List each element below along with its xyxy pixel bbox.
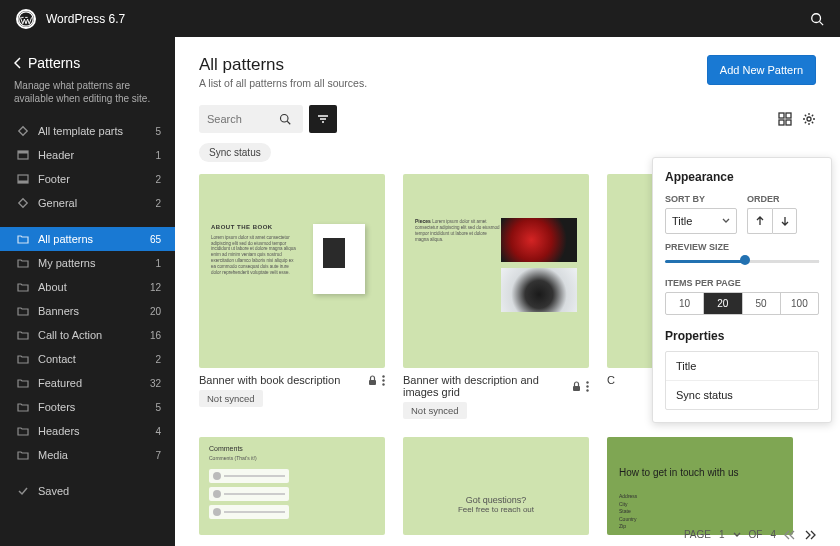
back-icon[interactable]	[14, 57, 22, 69]
sidebar-item-count: 5	[155, 402, 161, 413]
pattern-thumbnail: How to get in touch with us Address City…	[607, 437, 793, 535]
svg-line-10	[287, 121, 290, 124]
sidebar-item-count: 2	[155, 354, 161, 365]
svg-rect-15	[786, 113, 791, 118]
sync-status-badge: Not synced	[403, 402, 467, 419]
ipp-10[interactable]: 10	[666, 293, 704, 314]
sort-by-value: Title	[672, 215, 692, 227]
filter-button[interactable]	[309, 105, 337, 133]
properties-title: Properties	[665, 329, 819, 343]
sidebar-item-headers[interactable]: Headers 4	[0, 419, 175, 443]
ipp-50[interactable]: 50	[743, 293, 781, 314]
ipp-20[interactable]: 20	[704, 293, 742, 314]
sidebar-item-count: 5	[155, 126, 161, 137]
settings-icon[interactable]	[802, 112, 816, 126]
grid-view-icon[interactable]	[778, 112, 792, 126]
sidebar-item-contact[interactable]: Contact 2	[0, 347, 175, 371]
comment-row	[209, 487, 289, 501]
sidebar-item-all-patterns[interactable]: All patterns 65	[0, 227, 175, 251]
search-input[interactable]	[207, 113, 279, 125]
svg-point-21	[382, 379, 384, 381]
sort-by-select[interactable]: Title	[665, 208, 737, 234]
lock-icon	[368, 375, 377, 386]
search-field[interactable]	[199, 105, 303, 133]
property-sync-status[interactable]: Sync status	[666, 381, 818, 409]
slider-thumb[interactable]	[740, 255, 750, 265]
sort-by-label: SORT BY	[665, 194, 737, 204]
pattern-card[interactable]: Pieces Lorem ipsum dolor sit amet consec…	[403, 174, 589, 419]
pattern-card[interactable]: Got questions? Feel free to reach out	[403, 437, 589, 535]
footer-icon	[14, 173, 32, 185]
preview-size-slider[interactable]	[665, 256, 819, 268]
pattern-card[interactable]: How to get in touch with us Address City…	[607, 437, 793, 535]
thumb-list: Address City State Country Zip	[619, 493, 637, 531]
wordpress-logo-icon[interactable]	[16, 9, 36, 29]
comment-row	[209, 505, 289, 519]
sidebar-item-footers[interactable]: Footers 5	[0, 395, 175, 419]
svg-rect-17	[786, 120, 791, 125]
folder-icon	[14, 377, 32, 389]
order-asc-button[interactable]	[747, 208, 772, 234]
svg-rect-8	[19, 199, 27, 207]
chevron-down-icon	[722, 218, 730, 224]
pattern-thumbnail: Pieces Lorem ipsum dolor sit amet consec…	[403, 174, 589, 368]
folder-icon	[14, 425, 32, 437]
top-search-icon[interactable]	[810, 12, 824, 26]
sync-status-badge: Not synced	[199, 390, 263, 407]
property-title[interactable]: Title	[666, 352, 818, 381]
popover-title: Appearance	[665, 170, 819, 184]
filter-chip-sync-status[interactable]: Sync status	[199, 143, 271, 162]
pagination: PAGE 1 OF 4	[684, 529, 816, 540]
pattern-thumbnail: Got questions? Feel free to reach out	[403, 437, 589, 535]
pattern-title: Banner with description and images grid	[403, 374, 567, 398]
preview-size-label: PREVIEW SIZE	[665, 242, 819, 252]
sidebar-description: Manage what patterns are available when …	[0, 77, 175, 119]
sidebar-item-footer[interactable]: Footer 2	[0, 167, 175, 191]
folder-icon	[14, 353, 32, 365]
thumb-heading: Comments	[209, 445, 243, 452]
sidebar-item-label: Banners	[38, 305, 79, 317]
sidebar-item-label: Footer	[38, 173, 70, 185]
pattern-thumbnail: Comments Comments (That's it!)	[199, 437, 385, 535]
svg-point-24	[586, 381, 588, 383]
add-new-pattern-button[interactable]: Add New Pattern	[707, 55, 816, 85]
order-desc-button[interactable]	[772, 208, 797, 234]
pattern-card[interactable]: Comments Comments (That's it!)	[199, 437, 385, 535]
page-dropdown-icon[interactable]	[733, 532, 741, 538]
sidebar-item-header[interactable]: Header 1	[0, 143, 175, 167]
sidebar-item-my-patterns[interactable]: My patterns 1	[0, 251, 175, 275]
sidebar-item-count: 7	[155, 450, 161, 461]
thumb-text: Got questions?	[403, 495, 589, 505]
sidebar-item-count: 1	[155, 258, 161, 269]
sidebar-item-label: About	[38, 281, 67, 293]
more-icon[interactable]	[382, 375, 385, 386]
comment-row	[209, 469, 289, 483]
sidebar-item-saved[interactable]: Saved	[0, 479, 175, 503]
page-prev-icon[interactable]	[784, 530, 796, 540]
search-icon[interactable]	[279, 113, 291, 125]
sidebar-item-media[interactable]: Media 7	[0, 443, 175, 467]
folder-icon	[14, 305, 32, 317]
sidebar-item-all-template-parts[interactable]: All template parts 5	[0, 119, 175, 143]
sidebar-item-call-to-action[interactable]: Call to Action 16	[0, 323, 175, 347]
folder-icon	[14, 329, 32, 341]
page-current: 1	[719, 529, 725, 540]
pattern-card[interactable]: ABOUT THE BOOK Lorem ipsum dolor sit ame…	[199, 174, 385, 419]
svg-point-25	[586, 385, 588, 387]
sidebar-item-count: 2	[155, 198, 161, 209]
svg-point-22	[382, 383, 384, 385]
page-next-icon[interactable]	[804, 530, 816, 540]
page-title: All patterns	[199, 55, 707, 75]
sidebar-item-count: 4	[155, 426, 161, 437]
svg-rect-7	[18, 181, 28, 184]
more-icon[interactable]	[586, 381, 589, 392]
sidebar-item-general[interactable]: General 2	[0, 191, 175, 215]
sidebar-item-about[interactable]: About 12	[0, 275, 175, 299]
folder-icon	[14, 281, 32, 293]
ipp-100[interactable]: 100	[781, 293, 818, 314]
sidebar-item-count: 1	[155, 150, 161, 161]
sidebar-item-label: Call to Action	[38, 329, 102, 341]
diamond-icon	[14, 197, 32, 209]
sidebar-item-banners[interactable]: Banners 20	[0, 299, 175, 323]
sidebar-item-featured[interactable]: Featured 32	[0, 371, 175, 395]
